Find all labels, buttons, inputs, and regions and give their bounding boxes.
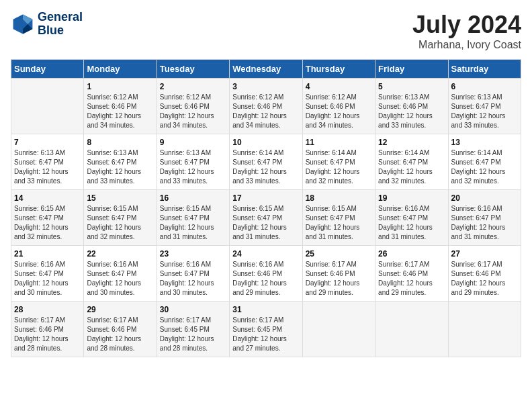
day-info: Sunrise: 6:16 AMSunset: 6:47 PMDaylight:… <box>451 204 518 242</box>
calendar-cell: 27Sunrise: 6:17 AMSunset: 6:46 PMDayligh… <box>448 246 521 302</box>
day-info: Sunrise: 6:12 AMSunset: 6:46 PMDaylight:… <box>160 93 226 130</box>
page-header: General Blue July 2024 Marhana, Ivory Co… <box>11 11 521 51</box>
day-number: 30 <box>160 305 226 314</box>
calendar-cell: 16Sunrise: 6:15 AMSunset: 6:47 PMDayligh… <box>157 190 229 246</box>
header-day-wednesday: Wednesday <box>230 60 302 79</box>
calendar-cell: 11Sunrise: 6:14 AMSunset: 6:47 PMDayligh… <box>302 134 375 190</box>
calendar-cell: 29Sunrise: 6:17 AMSunset: 6:46 PMDayligh… <box>84 302 157 357</box>
day-info: Sunrise: 6:16 AMSunset: 6:46 PMDaylight:… <box>232 260 299 298</box>
day-number: 27 <box>451 249 518 259</box>
day-number: 26 <box>378 249 445 259</box>
calendar-cell: 26Sunrise: 6:17 AMSunset: 6:46 PMDayligh… <box>375 246 448 302</box>
day-info: Sunrise: 6:14 AMSunset: 6:47 PMDaylight:… <box>306 148 372 186</box>
day-info: Sunrise: 6:16 AMSunset: 6:47 PMDaylight:… <box>14 260 81 298</box>
logo-icon <box>11 12 35 36</box>
day-info: Sunrise: 6:13 AMSunset: 6:47 PMDaylight:… <box>451 93 518 130</box>
day-number: 17 <box>232 193 299 203</box>
day-info: Sunrise: 6:15 AMSunset: 6:47 PMDaylight:… <box>14 204 81 242</box>
day-number: 19 <box>378 193 445 203</box>
day-info: Sunrise: 6:17 AMSunset: 6:46 PMDaylight:… <box>451 260 518 298</box>
calendar-table: SundayMondayTuesdayWednesdayThursdayFrid… <box>11 59 521 357</box>
calendar-header-row: SundayMondayTuesdayWednesdayThursdayFrid… <box>11 60 521 79</box>
day-info: Sunrise: 6:12 AMSunset: 6:46 PMDaylight:… <box>87 93 153 130</box>
day-info: Sunrise: 6:17 AMSunset: 6:45 PMDaylight:… <box>232 316 299 353</box>
title-area: July 2024 Marhana, Ivory Coast <box>412 11 521 51</box>
header-day-monday: Monday <box>84 60 157 79</box>
calendar-cell: 25Sunrise: 6:17 AMSunset: 6:46 PMDayligh… <box>302 246 375 302</box>
day-number: 7 <box>14 138 81 147</box>
day-number: 12 <box>378 138 445 147</box>
header-day-sunday: Sunday <box>11 60 84 79</box>
day-number: 14 <box>14 193 81 203</box>
day-info: Sunrise: 6:17 AMSunset: 6:46 PMDaylight:… <box>306 260 372 298</box>
day-number: 25 <box>306 249 372 259</box>
day-number: 16 <box>160 193 226 203</box>
calendar-cell: 10Sunrise: 6:14 AMSunset: 6:47 PMDayligh… <box>230 134 302 190</box>
calendar-week-row: 1Sunrise: 6:12 AMSunset: 6:46 PMDaylight… <box>11 79 521 134</box>
calendar-cell <box>11 79 84 134</box>
calendar-cell <box>448 302 521 357</box>
day-info: Sunrise: 6:16 AMSunset: 6:47 PMDaylight:… <box>160 260 226 298</box>
calendar-cell: 6Sunrise: 6:13 AMSunset: 6:47 PMDaylight… <box>448 79 521 134</box>
day-number: 20 <box>451 193 518 203</box>
calendar-cell: 17Sunrise: 6:15 AMSunset: 6:47 PMDayligh… <box>230 190 302 246</box>
calendar-cell: 28Sunrise: 6:17 AMSunset: 6:46 PMDayligh… <box>11 302 84 357</box>
day-number: 15 <box>87 193 153 203</box>
day-number: 9 <box>160 138 226 147</box>
header-day-saturday: Saturday <box>448 60 521 79</box>
day-number: 2 <box>160 82 226 91</box>
day-number: 3 <box>232 82 299 91</box>
day-info: Sunrise: 6:13 AMSunset: 6:47 PMDaylight:… <box>87 148 153 186</box>
calendar-cell: 12Sunrise: 6:14 AMSunset: 6:47 PMDayligh… <box>375 134 448 190</box>
subtitle: Marhana, Ivory Coast <box>412 39 521 51</box>
calendar-week-row: 7Sunrise: 6:13 AMSunset: 6:47 PMDaylight… <box>11 134 521 190</box>
calendar-cell: 1Sunrise: 6:12 AMSunset: 6:46 PMDaylight… <box>84 79 157 134</box>
calendar-cell: 21Sunrise: 6:16 AMSunset: 6:47 PMDayligh… <box>11 246 84 302</box>
logo: General Blue <box>11 11 83 38</box>
logo-text: General Blue <box>38 11 83 38</box>
day-number: 23 <box>160 249 226 259</box>
calendar-cell: 20Sunrise: 6:16 AMSunset: 6:47 PMDayligh… <box>448 190 521 246</box>
calendar-cell: 4Sunrise: 6:12 AMSunset: 6:46 PMDaylight… <box>302 79 375 134</box>
calendar-cell: 19Sunrise: 6:16 AMSunset: 6:47 PMDayligh… <box>375 190 448 246</box>
header-day-thursday: Thursday <box>302 60 375 79</box>
calendar-cell: 2Sunrise: 6:12 AMSunset: 6:46 PMDaylight… <box>157 79 229 134</box>
calendar-cell: 31Sunrise: 6:17 AMSunset: 6:45 PMDayligh… <box>230 302 302 357</box>
day-number: 24 <box>232 249 299 259</box>
day-info: Sunrise: 6:12 AMSunset: 6:46 PMDaylight:… <box>306 93 372 130</box>
calendar-cell: 18Sunrise: 6:15 AMSunset: 6:47 PMDayligh… <box>302 190 375 246</box>
calendar-cell: 7Sunrise: 6:13 AMSunset: 6:47 PMDaylight… <box>11 134 84 190</box>
day-number: 11 <box>306 138 372 147</box>
calendar-cell <box>302 302 375 357</box>
day-number: 5 <box>378 82 445 91</box>
day-info: Sunrise: 6:15 AMSunset: 6:47 PMDaylight:… <box>87 204 153 242</box>
header-day-friday: Friday <box>375 60 448 79</box>
calendar-cell: 9Sunrise: 6:13 AMSunset: 6:47 PMDaylight… <box>157 134 229 190</box>
day-number: 18 <box>306 193 372 203</box>
day-number: 31 <box>232 305 299 314</box>
day-info: Sunrise: 6:16 AMSunset: 6:47 PMDaylight:… <box>378 204 445 242</box>
day-info: Sunrise: 6:16 AMSunset: 6:47 PMDaylight:… <box>87 260 153 298</box>
calendar-cell: 15Sunrise: 6:15 AMSunset: 6:47 PMDayligh… <box>84 190 157 246</box>
header-day-tuesday: Tuesday <box>157 60 229 79</box>
day-number: 6 <box>451 82 518 91</box>
day-info: Sunrise: 6:15 AMSunset: 6:47 PMDaylight:… <box>232 204 299 242</box>
day-number: 29 <box>87 305 153 314</box>
day-info: Sunrise: 6:13 AMSunset: 6:46 PMDaylight:… <box>378 93 445 130</box>
day-number: 21 <box>14 249 81 259</box>
day-number: 8 <box>87 138 153 147</box>
calendar-cell: 14Sunrise: 6:15 AMSunset: 6:47 PMDayligh… <box>11 190 84 246</box>
day-number: 1 <box>87 82 153 91</box>
day-info: Sunrise: 6:13 AMSunset: 6:47 PMDaylight:… <box>14 148 81 186</box>
calendar-week-row: 21Sunrise: 6:16 AMSunset: 6:47 PMDayligh… <box>11 246 521 302</box>
day-info: Sunrise: 6:17 AMSunset: 6:45 PMDaylight:… <box>160 316 226 353</box>
calendar-cell <box>375 302 448 357</box>
day-number: 10 <box>232 138 299 147</box>
calendar-cell: 23Sunrise: 6:16 AMSunset: 6:47 PMDayligh… <box>157 246 229 302</box>
calendar-week-row: 28Sunrise: 6:17 AMSunset: 6:46 PMDayligh… <box>11 302 521 357</box>
calendar-cell: 3Sunrise: 6:12 AMSunset: 6:46 PMDaylight… <box>230 79 302 134</box>
day-number: 4 <box>306 82 372 91</box>
calendar-week-row: 14Sunrise: 6:15 AMSunset: 6:47 PMDayligh… <box>11 190 521 246</box>
day-number: 28 <box>14 305 81 314</box>
calendar-cell: 13Sunrise: 6:14 AMSunset: 6:47 PMDayligh… <box>448 134 521 190</box>
